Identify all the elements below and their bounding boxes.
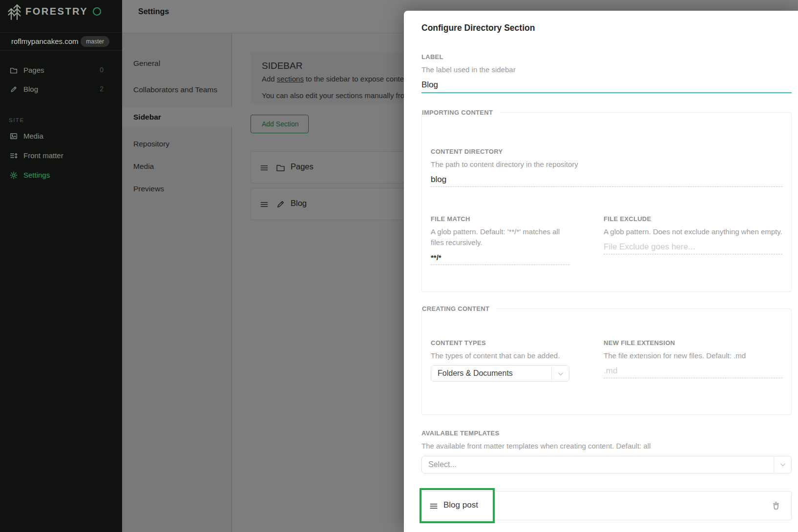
sidebar-item-count: 2	[100, 85, 104, 93]
sidebar-section-label: SITE	[9, 117, 24, 123]
field-label: FILE MATCH	[431, 215, 569, 223]
new-file-extension-input[interactable]: .md	[604, 365, 782, 377]
file-match-input[interactable]: **/*	[431, 252, 569, 264]
media-icon	[9, 132, 18, 141]
sidebar-item-label: Pages	[23, 66, 44, 74]
file-match-group: FILE MATCH A glob pattern. Default: '**/…	[431, 215, 569, 265]
sidebar-item-label: Media	[23, 132, 43, 140]
input-underline	[421, 92, 792, 93]
input-underline	[604, 254, 782, 254]
create-columns: CONTENT TYPES The types of content that …	[431, 339, 782, 382]
select-value: Folders & Documents	[438, 369, 513, 378]
field-help: The types of content that can be added.	[431, 350, 569, 361]
file-exclude-input[interactable]: File Exclude goes here...	[604, 241, 782, 253]
input-underline	[431, 265, 569, 265]
input-underline	[604, 378, 782, 378]
content-directory-group: CONTENT DIRECTORY The path to content di…	[431, 148, 782, 187]
file-exclude-group: FILE EXCLUDE A glob pattern. Does not ex…	[604, 215, 782, 265]
sidebar-item-label: Blog	[23, 85, 38, 93]
field-help: The path to content directory in the rep…	[431, 159, 782, 170]
templates-select[interactable]: Select...	[421, 456, 792, 473]
sidebar-item-pages[interactable]: Pages 0	[0, 64, 122, 78]
available-templates-group: AVAILABLE TEMPLATES The available front …	[421, 430, 792, 473]
configure-directory-modal: Configure Directory Section LABEL The la…	[404, 11, 798, 532]
highlight-border	[420, 488, 495, 523]
field-label: CONTENT DIRECTORY	[431, 148, 782, 156]
importing-content-fieldset: IMPORTING CONTENT CONTENT DIRECTORY The …	[421, 112, 792, 292]
field-label: CONTENT TYPES	[431, 339, 569, 347]
field-label: NEW FILE EXTENSION	[604, 339, 782, 347]
fieldset-legend: IMPORTING CONTENT	[422, 109, 500, 117]
field-label: AVAILABLE TEMPLATES	[421, 430, 792, 437]
trash-icon[interactable]	[771, 500, 781, 511]
pencil-icon	[9, 85, 18, 94]
site-name: roflmypancakes.com	[11, 37, 79, 45]
forestry-logo-icon	[7, 3, 23, 21]
modal-title: Configure Directory Section	[421, 23, 535, 33]
sidebar-item-label: Settings	[23, 171, 50, 179]
gear-icon	[9, 171, 18, 180]
chevron-down-icon[interactable]	[774, 456, 791, 473]
sidebar-item-settings[interactable]: Settings	[0, 169, 122, 183]
field-help: The file extension for new files. Defaul…	[604, 350, 782, 361]
app-sidebar: FORESTRY roflmypancakes.com master Pages…	[0, 0, 122, 532]
field-help: A glob pattern. Default: '**/*' matches …	[431, 226, 569, 248]
content-directory-input[interactable]: blog	[431, 174, 782, 185]
import-columns: FILE MATCH A glob pattern. Default: '**/…	[431, 215, 782, 265]
field-label: LABEL	[421, 53, 792, 61]
status-ring-icon	[93, 7, 101, 16]
brand-name: FORESTRY	[25, 6, 88, 17]
sidebar-item-count: 0	[100, 66, 104, 74]
content-types-select[interactable]: Folders & Documents	[431, 365, 569, 382]
label-field-group: LABEL The label used in the sidebar Blog	[421, 53, 792, 93]
label-input[interactable]: Blog	[421, 79, 792, 91]
field-help: The label used in the sidebar	[421, 64, 792, 75]
brand-row: FORESTRY	[0, 0, 122, 32]
sidebar-item-label: Front matter	[23, 151, 63, 160]
content-types-group: CONTENT TYPES The types of content that …	[431, 339, 569, 382]
creating-content-fieldset: CREATING CONTENT CONTENT TYPES The types…	[421, 308, 792, 415]
field-help: The available front matter templates whe…	[421, 441, 792, 451]
fieldset-legend: CREATING CONTENT	[422, 305, 496, 313]
sidebar-item-media[interactable]: Media	[0, 130, 122, 143]
field-help: A glob pattern. Does not exclude anythin…	[604, 226, 782, 237]
chevron-down-icon[interactable]	[551, 366, 569, 381]
new-file-extension-group: NEW FILE EXTENSION The file extension fo…	[604, 339, 782, 382]
field-label: FILE EXCLUDE	[604, 215, 782, 223]
folder-icon	[9, 66, 18, 75]
branch-badge: master	[81, 36, 109, 47]
site-switcher[interactable]: roflmypancakes.com master	[0, 32, 122, 51]
sidebar-item-blog[interactable]: Blog 2	[0, 83, 122, 97]
select-placeholder: Select...	[428, 460, 457, 469]
input-underline	[431, 186, 782, 187]
front-matter-icon	[9, 151, 18, 160]
sidebar-item-front-matter[interactable]: Front matter	[0, 149, 122, 163]
